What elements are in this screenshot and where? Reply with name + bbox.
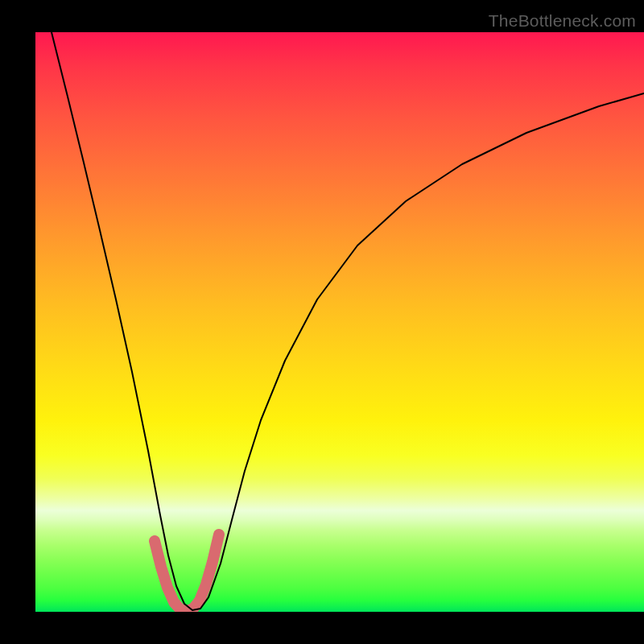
- highlight-band: [155, 535, 219, 611]
- chart-frame: TheBottleneck.com: [0, 0, 644, 644]
- bottleneck-curve: [52, 32, 644, 610]
- watermark-text: TheBottleneck.com: [489, 11, 636, 31]
- curve-svg: [35, 32, 644, 612]
- plot-area: [35, 32, 644, 612]
